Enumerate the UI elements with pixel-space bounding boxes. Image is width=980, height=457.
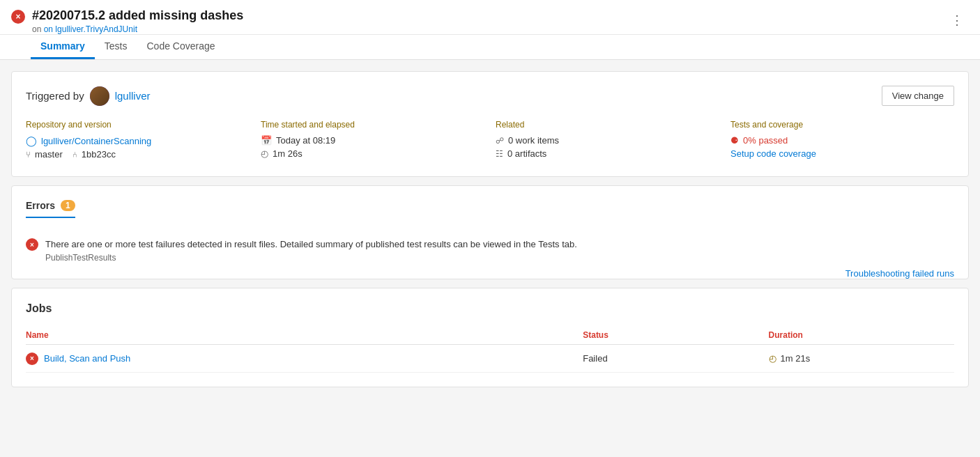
jobs-table-head: Name Status Duration xyxy=(26,326,954,345)
job-name-cell: × Build, Scan and Push xyxy=(26,344,583,372)
work-items-icon: ☍ xyxy=(496,136,504,146)
job-duration-cell: ◴ 1m 21s xyxy=(769,344,954,372)
troubleshoot-link-row: Troubleshooting failed runs xyxy=(26,263,954,279)
time-started-value: Today at 08:19 xyxy=(276,135,335,146)
time-section: Time started and elapsed 📅 Today at 08:1… xyxy=(261,120,484,162)
table-row: × Build, Scan and Push Failed ◴ 1m 21s xyxy=(26,344,954,372)
tab-bar: SummaryTestsCode Coverage xyxy=(0,35,980,60)
error-message: There are one or more test failures dete… xyxy=(45,238,577,251)
col-status-header: Status xyxy=(583,326,768,345)
error-status-icon: × xyxy=(11,10,25,24)
work-items-value: 0 work items xyxy=(508,135,559,146)
calendar-icon: 📅 xyxy=(261,135,272,146)
error-item-icon: × xyxy=(26,238,38,251)
jobs-table-header-row: Name Status Duration xyxy=(26,326,954,345)
job-error-icon: × xyxy=(26,353,38,365)
header-left: × #20200715.2 added missing dashes on on… xyxy=(11,8,243,34)
duration-clock-icon: ◴ xyxy=(769,353,776,364)
subtitle-link[interactable]: on lgulliver.TrivyAndJUnit xyxy=(44,24,137,34)
error-text-block: There are one or more test failures dete… xyxy=(45,238,577,263)
elapsed-value: 1m 26s xyxy=(273,148,303,159)
info-grid: Repository and version ◯ lgulliver/Conta… xyxy=(26,120,954,162)
jobs-table: Name Status Duration × Build, Scan and P… xyxy=(26,326,954,373)
time-started-row: 📅 Today at 08:19 xyxy=(261,135,484,146)
triggered-by: Triggered by lgulliver xyxy=(26,86,151,106)
related-section: Related ☍ 0 work items ☷ 0 artifacts xyxy=(496,120,719,162)
triggered-prefix: Triggered by xyxy=(26,90,84,102)
repo-link-row: ◯ lgulliver/ContainerScanning xyxy=(26,135,250,146)
jobs-title: Jobs xyxy=(26,302,954,315)
branch-name: master xyxy=(35,149,63,160)
work-items-row: ☍ 0 work items xyxy=(496,135,719,146)
tab-tests[interactable]: Tests xyxy=(95,35,137,59)
tab-summary[interactable]: Summary xyxy=(31,35,95,59)
triggered-username[interactable]: lgulliver xyxy=(115,90,151,102)
passed-icon: ⚈ xyxy=(730,135,739,146)
avatar xyxy=(90,86,109,106)
job-status-cell: Failed xyxy=(583,344,768,372)
jobs-table-body: × Build, Scan and Push Failed ◴ 1m 21s xyxy=(26,344,954,372)
troubleshoot-link[interactable]: Troubleshooting failed runs xyxy=(845,268,954,279)
time-label: Time started and elapsed xyxy=(261,120,484,130)
error-source: PublishTestResults xyxy=(45,253,577,263)
triggered-card: Triggered by lgulliver View change Repos… xyxy=(11,71,969,177)
related-label: Related xyxy=(496,120,719,130)
page-subtitle: on on lgulliver.TrivyAndJUnit xyxy=(32,24,243,34)
branch-icon: ⑂ xyxy=(26,150,31,160)
repo-section: Repository and version ◯ lgulliver/Conta… xyxy=(26,120,250,162)
errors-label: Errors xyxy=(26,200,55,211)
jobs-card: Jobs Name Status Duration × Build, Scan … xyxy=(11,288,969,387)
job-name[interactable]: Build, Scan and Push xyxy=(44,353,130,364)
errors-header: Errors 1 xyxy=(26,200,75,218)
duration-inner: ◴ 1m 21s xyxy=(769,353,954,364)
col-duration-header: Duration xyxy=(769,326,954,345)
more-options-button[interactable]: ⋮ xyxy=(945,10,969,31)
artifacts-value: 0 artifacts xyxy=(507,148,546,159)
error-message-text: There are one or more test failures dete… xyxy=(45,239,577,249)
page-title: #20200715.2 added missing dashes xyxy=(32,8,243,23)
page-header: × #20200715.2 added missing dashes on on… xyxy=(0,0,980,35)
artifacts-row: ☷ 0 artifacts xyxy=(496,148,719,159)
github-icon: ◯ xyxy=(26,135,37,146)
artifacts-icon: ☷ xyxy=(496,149,503,159)
errors-card: Errors 1 × There are one or more test fa… xyxy=(11,185,969,279)
tests-coverage-label: Tests and coverage xyxy=(730,120,954,130)
triggered-row: Triggered by lgulliver View change xyxy=(26,86,954,106)
avatar-image xyxy=(90,86,109,106)
branch-commit-row: ⑂ master ⑃ 1bb23cc xyxy=(26,149,250,160)
passed-row: ⚈ 0% passed xyxy=(730,135,954,146)
elapsed-row: ◴ 1m 26s xyxy=(261,148,484,159)
tests-coverage-section: Tests and coverage ⚈ 0% passed Setup cod… xyxy=(730,120,954,162)
passed-value: 0% passed xyxy=(743,135,788,146)
errors-header-wrapper: Errors 1 xyxy=(26,200,954,238)
view-change-button[interactable]: View change xyxy=(882,86,954,106)
setup-coverage-link[interactable]: Setup code coverage xyxy=(730,148,954,159)
errors-count-badge: 1 xyxy=(61,200,75,211)
tab-code-coverage[interactable]: Code Coverage xyxy=(137,35,225,59)
commit-hash: 1bb23cc xyxy=(82,149,116,160)
header-title-block: #20200715.2 added missing dashes on on l… xyxy=(32,8,243,34)
commit-icon: ⑃ xyxy=(72,150,77,159)
repo-label: Repository and version xyxy=(26,120,250,130)
col-name-header: Name xyxy=(26,326,583,345)
main-content: Triggered by lgulliver View change Repos… xyxy=(0,60,980,398)
clock-small-icon: ◴ xyxy=(261,148,268,159)
job-name-inner: × Build, Scan and Push xyxy=(26,352,583,365)
duration-value: 1m 21s xyxy=(781,353,811,364)
repo-link[interactable]: lgulliver/ContainerScanning xyxy=(41,136,151,146)
error-item: × There are one or more test failures de… xyxy=(26,238,954,263)
